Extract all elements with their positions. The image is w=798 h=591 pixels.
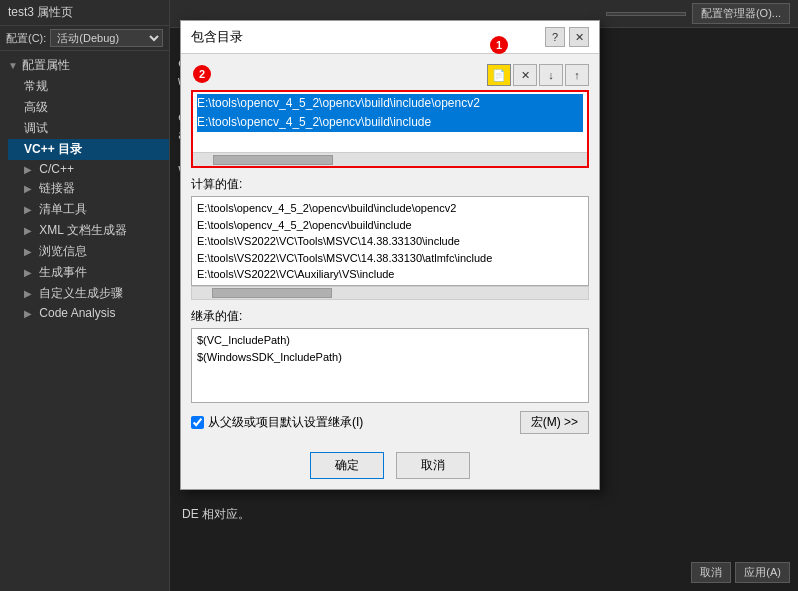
- badge-1: 1: [490, 36, 508, 54]
- dialog-close-btn[interactable]: ✕: [569, 27, 589, 47]
- horizontal-scrollbar-computed[interactable]: [191, 286, 589, 300]
- cancel-btn[interactable]: 取消: [396, 452, 470, 479]
- h-scroll-thumb-computed: [212, 288, 332, 298]
- h-scroll-thumb: [213, 155, 333, 165]
- up-arrow-icon: ↑: [574, 69, 580, 81]
- include-dirs-listbox-container: E:\tools\opencv_4_5_2\opencv\build\inclu…: [191, 90, 589, 168]
- inherited-line-1: $(WindowsSDK_IncludePath): [197, 349, 583, 366]
- ok-btn[interactable]: 确定: [310, 452, 384, 479]
- move-up-btn[interactable]: ↑: [565, 64, 589, 86]
- delete-item-btn[interactable]: ✕: [513, 64, 537, 86]
- list-item-1[interactable]: E:\tools\opencv_4_5_2\opencv\build\inclu…: [197, 113, 583, 132]
- include-dirs-dialog: 包含目录 ? ✕ 📄 ✕ ↓ ↑: [180, 20, 600, 490]
- computed-line-3: E:\tools\VS2022\VC\Tools\MSVC\14.38.3313…: [197, 250, 583, 267]
- inherited-values-box: $(VC_IncludePath) $(WindowsSDK_IncludePa…: [191, 328, 589, 403]
- horizontal-scrollbar-top[interactable]: [193, 152, 587, 166]
- dialog-title: 包含目录: [191, 28, 243, 46]
- computed-line-1: E:\tools\opencv_4_5_2\opencv\build\inclu…: [197, 217, 583, 234]
- inherited-label: 继承的值:: [191, 308, 589, 325]
- computed-line-4: E:\tools\VS2022\VC\Auxiliary\VS\include: [197, 266, 583, 283]
- include-dirs-listbox[interactable]: E:\tools\opencv_4_5_2\opencv\build\inclu…: [193, 92, 587, 152]
- help-btn[interactable]: ?: [545, 27, 565, 47]
- down-arrow-icon: ↓: [548, 69, 554, 81]
- computed-line-0: E:\tools\opencv_4_5_2\opencv\build\inclu…: [197, 200, 583, 217]
- computed-values-box: E:\tools\opencv_4_5_2\opencv\build\inclu…: [191, 196, 589, 286]
- dialog-title-controls: ? ✕: [545, 27, 589, 47]
- checkbox-row: 从父级或项目默认设置继承(I) 宏(M) >>: [191, 411, 589, 434]
- list-item-0[interactable]: E:\tools\opencv_4_5_2\opencv\build\inclu…: [197, 94, 583, 113]
- dialog-footer: 确定 取消: [181, 444, 599, 489]
- inherited-line-0: $(VC_IncludePath): [197, 332, 583, 349]
- dialog-body: 📄 ✕ ↓ ↑ E:\tools\opencv_4_5_2\opencv\bui…: [181, 54, 599, 444]
- badge-2: 2: [193, 65, 211, 83]
- new-item-btn[interactable]: 📄: [487, 64, 511, 86]
- inherit-checkbox[interactable]: [191, 416, 204, 429]
- computed-label: 计算的值:: [191, 176, 589, 193]
- inherit-checkbox-label[interactable]: 从父级或项目默认设置继承(I): [191, 414, 363, 431]
- computed-line-2: E:\tools\VS2022\VC\Tools\MSVC\14.38.3313…: [197, 233, 583, 250]
- dialog-titlebar: 包含目录 ? ✕: [181, 21, 599, 54]
- macro-btn[interactable]: 宏(M) >>: [520, 411, 589, 434]
- new-item-icon: 📄: [492, 69, 506, 82]
- toolbar-row: 📄 ✕ ↓ ↑: [191, 64, 589, 86]
- delete-icon: ✕: [521, 69, 530, 82]
- move-down-btn[interactable]: ↓: [539, 64, 563, 86]
- dialog-overlay: 1 2 包含目录 ? ✕ 📄 ✕ ↓: [0, 0, 798, 591]
